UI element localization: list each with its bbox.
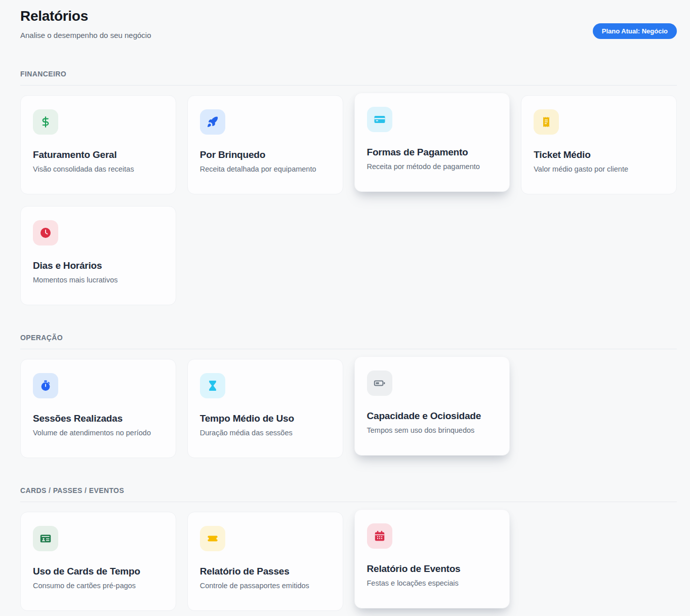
report-card-title: Capacidade e Ociosidade xyxy=(367,410,498,422)
report-card-title: Faturamento Geral xyxy=(33,149,164,160)
report-card-subtitle: Festas e locações especiais xyxy=(367,579,498,587)
section-card-grid: Uso de Cards de Tempo Consumo de cartões… xyxy=(20,512,677,611)
report-card[interactable]: Formas de Pagamento Receita por método d… xyxy=(354,93,510,192)
report-card-title: Formas de Pagamento xyxy=(367,147,498,158)
sections: FINANCEIRO Faturamento Geral Visão conso… xyxy=(20,70,677,611)
report-card-icon-box xyxy=(534,109,559,135)
report-card-subtitle: Duração média das sessões xyxy=(200,429,331,437)
report-card-title: Dias e Horários xyxy=(33,260,164,271)
report-card[interactable]: Tempo Médio de Uso Duração média das ses… xyxy=(187,359,343,458)
report-card-subtitle: Controle de passaportes emitidos xyxy=(200,582,331,590)
report-card[interactable]: Ticket Médio Valor médio gasto por clien… xyxy=(521,95,677,194)
report-section: FINANCEIRO Faturamento Geral Visão conso… xyxy=(20,70,677,305)
section-card-grid: Sessões Realizadas Volume de atendimento… xyxy=(20,359,677,458)
page-subtitle: Analise o desempenho do seu negócio xyxy=(20,31,151,39)
report-card-subtitle: Receita por método de pagamento xyxy=(367,162,498,171)
receipt-icon xyxy=(540,116,552,128)
rocket-icon xyxy=(207,116,219,128)
hourglass-icon xyxy=(207,380,219,392)
report-card-icon-box xyxy=(33,373,58,398)
battery-icon xyxy=(374,377,386,389)
report-card-subtitle: Receita detalhada por equipamento xyxy=(200,165,331,173)
report-card[interactable]: Dias e Horários Momentos mais lucrativos xyxy=(20,206,176,305)
report-card-subtitle: Consumo de cartões pré-pagos xyxy=(33,582,164,590)
report-card-subtitle: Tempos sem uso dos brinquedos xyxy=(367,426,498,434)
report-card[interactable]: Relatório de Passes Controle de passapor… xyxy=(187,512,343,611)
report-card-subtitle: Visão consolidada das receitas xyxy=(33,165,164,173)
report-card-subtitle: Valor médio gasto por cliente xyxy=(534,165,664,173)
report-card-subtitle: Momentos mais lucrativos xyxy=(33,276,164,284)
page-header: Relatórios Analise o desempenho do seu n… xyxy=(20,8,677,39)
report-card[interactable]: Relatório de Eventos Festas e locações e… xyxy=(354,509,510,608)
ticket-icon xyxy=(207,532,219,545)
section-label: OPERAÇÃO xyxy=(20,334,677,349)
credit-card-icon xyxy=(374,113,386,126)
report-card-icon-box xyxy=(200,373,225,398)
calendar-icon xyxy=(374,530,386,542)
stopwatch-icon xyxy=(39,380,52,392)
report-card[interactable]: Faturamento Geral Visão consolidada das … xyxy=(20,95,176,194)
reports-page: Relatórios Analise o desempenho do seu n… xyxy=(0,0,690,616)
clock-icon xyxy=(39,227,52,239)
report-card-title: Tempo Médio de Uso xyxy=(200,413,331,424)
report-card-subtitle: Volume de atendimentos no período xyxy=(33,429,164,437)
page-title: Relatórios xyxy=(20,8,151,24)
report-card-title: Relatório de Eventos xyxy=(367,563,498,574)
current-plan-badge: Plano Atual: Negócio xyxy=(593,23,677,39)
report-card[interactable]: Por Brinquedo Receita detalhada por equi… xyxy=(187,95,343,194)
report-card-title: Relatório de Passes xyxy=(200,566,331,577)
report-card-icon-box xyxy=(200,526,225,551)
section-label: CARDS / PASSES / EVENTOS xyxy=(20,486,677,502)
report-card-icon-box xyxy=(200,109,225,135)
report-card[interactable]: Capacidade e Ociosidade Tempos sem uso d… xyxy=(354,356,510,456)
report-section: CARDS / PASSES / EVENTOS Uso de Cards de… xyxy=(20,486,677,611)
report-card-icon-box xyxy=(33,526,58,551)
report-card-title: Ticket Médio xyxy=(534,149,664,160)
report-card[interactable]: Uso de Cards de Tempo Consumo de cartões… xyxy=(20,512,176,611)
report-card-title: Uso de Cards de Tempo xyxy=(33,566,164,577)
report-card-icon-box xyxy=(367,107,392,132)
report-card-icon-box xyxy=(367,371,392,396)
report-section: OPERAÇÃO Sessões Realizadas Volume de at… xyxy=(20,334,677,458)
report-card-icon-box xyxy=(367,523,392,549)
report-card-title: Sessões Realizadas xyxy=(33,413,164,424)
report-card-title: Por Brinquedo xyxy=(200,149,331,160)
report-card-icon-box xyxy=(33,220,58,245)
dollar-icon xyxy=(39,116,52,128)
section-label: FINANCEIRO xyxy=(20,70,677,86)
id-card-icon xyxy=(39,532,52,545)
report-card-icon-box xyxy=(33,109,58,135)
section-card-grid: Faturamento Geral Visão consolidada das … xyxy=(20,95,677,305)
report-card[interactable]: Sessões Realizadas Volume de atendimento… xyxy=(20,359,176,458)
page-header-text: Relatórios Analise o desempenho do seu n… xyxy=(20,8,151,39)
